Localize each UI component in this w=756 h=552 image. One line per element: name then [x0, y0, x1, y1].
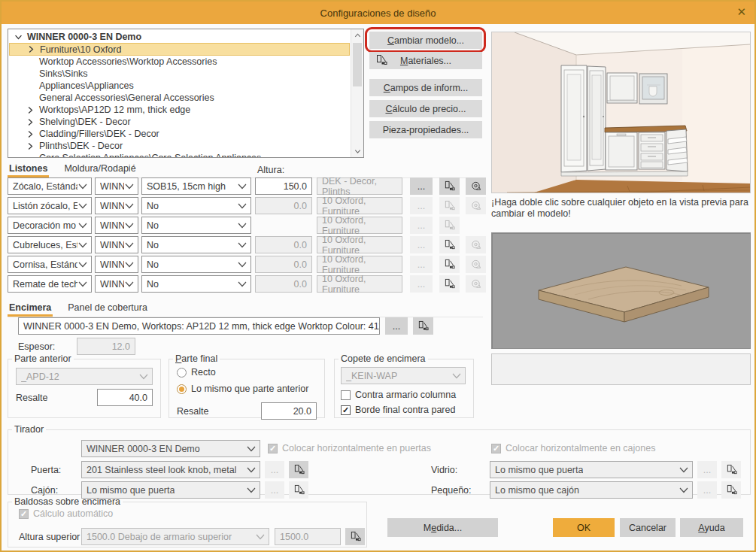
- tree-item-plinths[interactable]: Plinths\DEK - Decor: [9, 140, 350, 152]
- chevron-down-icon: [124, 183, 134, 190]
- tab-moldura-rodapie[interactable]: Moldura/Rodapié: [62, 162, 137, 177]
- altura-superior-select: 1500.0 Debajo de armario superior: [81, 528, 269, 545]
- kitchen-3d-preview[interactable]: [491, 32, 751, 193]
- pequeno-select[interactable]: Lo mismo que cajón: [490, 481, 693, 499]
- more-button: ...: [697, 461, 717, 478]
- liston-perfil-select[interactable]: SOB15, 15cm high: [141, 177, 251, 195]
- materials-button[interactable]: [439, 256, 460, 273]
- close-icon[interactable]: ✕: [736, 5, 746, 19]
- altura-input[interactable]: 150.0: [255, 177, 312, 195]
- tab-listones[interactable]: Listones: [8, 162, 49, 177]
- materials-button: [721, 461, 741, 478]
- more-button: ...: [410, 275, 433, 293]
- check-contra-armario[interactable]: Contra armario columna: [341, 390, 456, 400]
- liston-perfil-select[interactable]: No: [141, 197, 251, 214]
- altura-input: 0.0: [255, 197, 312, 214]
- materials-button[interactable]: [439, 177, 460, 195]
- chevron-right-icon[interactable]: [26, 117, 35, 127]
- chevron-right-icon[interactable]: [26, 105, 35, 115]
- resalte-anterior-input[interactable]: 40.0: [97, 389, 153, 406]
- puerta-select[interactable]: 201 Stainless steel look knob, metal: [81, 461, 260, 478]
- more-button[interactable]: ...: [410, 177, 433, 195]
- liston-perfil-select[interactable]: No: [141, 275, 251, 293]
- more-button[interactable]: ...: [385, 317, 408, 335]
- info-fields-button[interactable]: Campos de inform...: [369, 79, 482, 96]
- check-borde-final[interactable]: Borde final contra pared: [341, 405, 455, 415]
- tree-scrollbar[interactable]: [351, 29, 363, 157]
- tape-measure-button: [466, 275, 486, 293]
- encimera-tabstrip: Encimera Panel de cobertura: [8, 301, 483, 317]
- materials-button[interactable]: Materiales...: [369, 52, 482, 69]
- change-model-button[interactable]: Cambiar modelo...: [369, 32, 482, 49]
- tree-item-sinks[interactable]: Sinks\Sinks: [9, 68, 350, 80]
- liston-perfil-select[interactable]: No: [141, 236, 251, 253]
- liston-perfil-select[interactable]: No: [141, 217, 251, 234]
- tirador-group: Tirador WINNER 0000-3 EN Demo Colocar ho…: [8, 424, 751, 495]
- chevron-down-icon: [124, 262, 134, 268]
- tree-item-worktops[interactable]: Worktops\AP12D 12 mm, thick edge: [9, 104, 350, 116]
- scrollbar-thumb[interactable]: [353, 43, 362, 86]
- materials-button[interactable]: [439, 275, 460, 293]
- liston-tipo-select[interactable]: Cornisa, Estánd: [8, 256, 92, 273]
- liston-tipo-select[interactable]: Decoración mo: [8, 217, 92, 234]
- more-button: ...: [410, 217, 433, 234]
- chevron-right-icon[interactable]: [26, 129, 35, 139]
- baldosas-group: Baldosas sobre encimera Cálculo automáti…: [8, 496, 367, 547]
- materials-button[interactable]: [345, 528, 365, 545]
- chevron-down-icon[interactable]: [14, 32, 23, 42]
- check-horizontal-cajones: Colocar horizontalmente en cajones: [491, 443, 655, 453]
- price-calculation-button[interactable]: Cálculo de precio...: [369, 100, 482, 117]
- resalte-final-input[interactable]: 20.0: [261, 402, 317, 420]
- radio-recto[interactable]: Recto: [177, 367, 216, 378]
- tape-measure-icon: [470, 278, 481, 290]
- parte-anterior-group: Parte anterior _APD-12 Resalte 40.0: [8, 353, 161, 418]
- origen-field: 10 Oxford, Furniture: [317, 217, 402, 234]
- liston-tipo-select[interactable]: Zócalo, Estánda: [8, 177, 92, 195]
- liston-catalogo-select[interactable]: WINNE: [95, 256, 138, 273]
- tab-encimera[interactable]: Encimera: [8, 301, 53, 317]
- scroll-up-icon[interactable]: [351, 29, 363, 41]
- liston-tipo-select[interactable]: Cubreluces, Est: [8, 236, 92, 253]
- liston-catalogo-select[interactable]: WINNE: [95, 275, 138, 293]
- chevron-right-icon[interactable]: [26, 44, 36, 54]
- materials-button[interactable]: [289, 461, 308, 478]
- materials-button[interactable]: [413, 317, 433, 335]
- liston-catalogo-select[interactable]: WINNE: [95, 236, 138, 253]
- liston-catalogo-select[interactable]: WINNE: [95, 197, 138, 214]
- scroll-down-icon[interactable]: [351, 145, 363, 157]
- tape-measure-button: [466, 256, 486, 273]
- liston-tipo-select[interactable]: Remate de tech: [8, 275, 92, 293]
- part-properties-button[interactable]: Pieza-propiedades...: [369, 121, 482, 138]
- materials-button: [721, 481, 741, 499]
- chevron-down-icon: [246, 446, 256, 452]
- medida-button[interactable]: Medida...: [387, 518, 498, 537]
- tree-item-appliances[interactable]: Appliances\Appliances: [9, 80, 350, 92]
- tree-item-cladding[interactable]: Cladding/Fillers\DEK - Decor: [9, 128, 350, 140]
- chevron-right-icon[interactable]: [26, 141, 35, 151]
- tree-item-shelving[interactable]: Shelving\DEK - Decor: [9, 116, 350, 128]
- liston-catalogo-select[interactable]: WINNE: [95, 217, 138, 234]
- ok-button[interactable]: OK: [553, 518, 615, 537]
- materials-icon: [444, 200, 455, 211]
- help-button[interactable]: Ayuda: [680, 518, 743, 537]
- materials-button: [439, 217, 460, 234]
- tree-item-general-accessories[interactable]: General Accessories\General Accessories: [9, 92, 350, 104]
- tape-measure-icon: [470, 200, 481, 211]
- worktop-material-preview[interactable]: [491, 232, 751, 349]
- more-button: ...: [265, 461, 284, 478]
- tree-item-furniture[interactable]: Furniture\10 Oxford: [9, 43, 350, 56]
- tree-item-worktop-accessories[interactable]: Worktop Accessories\Worktop Accessories: [9, 56, 350, 68]
- vidrio-select[interactable]: Lo mismo que puerta: [490, 461, 693, 478]
- liston-perfil-select[interactable]: No: [141, 256, 251, 273]
- tree-item-core-selection[interactable]: Core Selection Appliances\Core Selection…: [9, 152, 350, 158]
- radio-mismo-parte-anterior[interactable]: Lo mismo que parte anterior: [177, 384, 308, 394]
- tape-measure-button[interactable]: [466, 177, 486, 195]
- materials-button[interactable]: [439, 236, 460, 253]
- liston-catalogo-select[interactable]: WINNE: [95, 177, 138, 195]
- tab-panel-cobertura[interactable]: Panel de cobertura: [66, 301, 149, 317]
- altura-column-label: Altura:: [257, 165, 284, 175]
- liston-tipo-select[interactable]: Listón zócalo, E: [8, 197, 92, 214]
- tree-item-root[interactable]: WINNER 0000-3 EN Demo: [9, 31, 350, 43]
- tirador-modelo-select[interactable]: WINNER 0000-3 EN Demo: [81, 440, 260, 457]
- cancel-button[interactable]: Cancelar: [620, 518, 676, 537]
